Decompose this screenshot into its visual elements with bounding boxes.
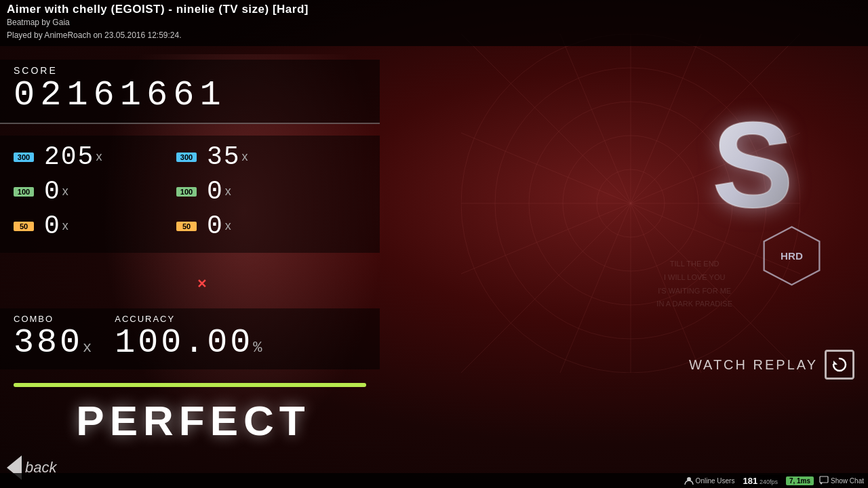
played-by: Played by AnimeRoach on 23.05.2016 12:59…	[7, 29, 861, 42]
show-chat-label: Show Chat	[831, 477, 864, 485]
svg-rect-26	[820, 476, 828, 483]
svg-line-13	[461, 203, 631, 274]
hit-row-100-left: 100 0 x	[14, 177, 176, 206]
hit-count-100-right: 0	[207, 177, 224, 206]
combo-accuracy-section: COMBO 380x ACCURACY 100.00%	[0, 308, 380, 369]
hit-row-50-left: 50 0 x	[14, 211, 176, 241]
hit-x-100-left: x	[62, 184, 68, 199]
watch-replay-label: WATCH REPLAY	[689, 357, 818, 373]
hit-row-100-right: 100 0 x	[176, 177, 366, 206]
svg-marker-24	[833, 361, 837, 365]
show-chat-button[interactable]: Show Chat	[819, 476, 864, 485]
svg-text:HRD: HRD	[781, 250, 803, 262]
bottom-bar: Online Users 181 240fps 7, 1ms Show Chat	[0, 473, 868, 488]
hit-count-100-left: 0	[44, 177, 61, 206]
online-users-button[interactable]: Online Users	[684, 476, 735, 485]
svg-line-14	[461, 133, 631, 203]
online-users-label: Online Users	[696, 477, 735, 485]
hits-left-col: 300 205 x 100 0 x 50 0 x	[14, 142, 176, 246]
hit-badge-300-right: 300	[176, 152, 197, 162]
accuracy-block: ACCURACY 100.00%	[115, 314, 264, 361]
people-icon	[684, 476, 694, 485]
hit-x-100-right: x	[225, 184, 231, 199]
hit-badge-50-right: 50	[176, 222, 197, 231]
chat-icon	[819, 476, 829, 485]
hit-x-300-left: x	[96, 150, 102, 164]
combo-label: COMBO	[14, 314, 94, 324]
combo-block: COMBO 380x	[14, 314, 94, 361]
hit-count-300-left: 205	[44, 142, 94, 171]
hit-badge-100-right: 100	[176, 187, 197, 197]
hit-row-50-right: 50 0 x	[176, 211, 366, 241]
hit-count-50-left: 0	[44, 211, 61, 241]
replay-icon	[825, 350, 854, 380]
svg-line-12	[560, 203, 631, 373]
hit-x-50-left: x	[62, 219, 68, 233]
hit-row-300-right: 300 35 x	[176, 142, 366, 171]
beatmap-by: Beatmap by Gaia	[7, 16, 861, 29]
top-bar: Aimer with chelly (EGOIST) - ninelie (TV…	[0, 0, 868, 46]
svg-line-5	[461, 203, 631, 373]
perfect-text: PERFECT	[14, 396, 373, 445]
hits-section: 300 205 x 100 0 x 50 0 x 300 35 x	[0, 136, 380, 253]
hit-badge-100-left: 100	[14, 187, 34, 197]
svg-line-7	[461, 34, 631, 203]
song-title: Aimer with chelly (EGOIST) - ninelie (TV…	[7, 3, 861, 16]
combo-value: 380x	[14, 324, 94, 361]
hit-badge-50-left: 50	[14, 222, 34, 231]
svg-line-15	[560, 34, 631, 203]
hit-count-50-right: 0	[207, 211, 224, 241]
hit-count-300-right: 35	[207, 142, 241, 171]
fps-display: 181 240fps	[740, 475, 781, 487]
mod-badge: HRD	[760, 224, 824, 288]
hit-badge-300-left: 300	[14, 152, 34, 162]
latency-display: 7, 1ms	[786, 476, 814, 485]
score-panel: SCORE 02161661	[0, 60, 380, 124]
progress-bar	[14, 383, 366, 387]
background-text: TILL THE END I WILL LOVE YOU I'S WAITING…	[656, 258, 732, 311]
progress-bar-fill	[14, 383, 366, 387]
accuracy-value: 100.00%	[115, 324, 264, 361]
score-value: 02161661	[14, 76, 366, 115]
hit-x-300-right: x	[242, 150, 248, 164]
hits-right-col: 300 35 x 100 0 x 50 0 x	[176, 142, 366, 246]
svg-text:S: S	[712, 96, 793, 232]
hit-row-300-left: 300 205 x	[14, 142, 176, 171]
grade-s-display: S	[678, 88, 827, 237]
miss-marker: ✕	[197, 277, 207, 291]
accuracy-label: ACCURACY	[115, 314, 264, 324]
hit-x-50-right: x	[225, 219, 231, 233]
watch-replay-button[interactable]: WATCH REPLAY	[689, 350, 854, 380]
score-label: SCORE	[14, 65, 366, 76]
